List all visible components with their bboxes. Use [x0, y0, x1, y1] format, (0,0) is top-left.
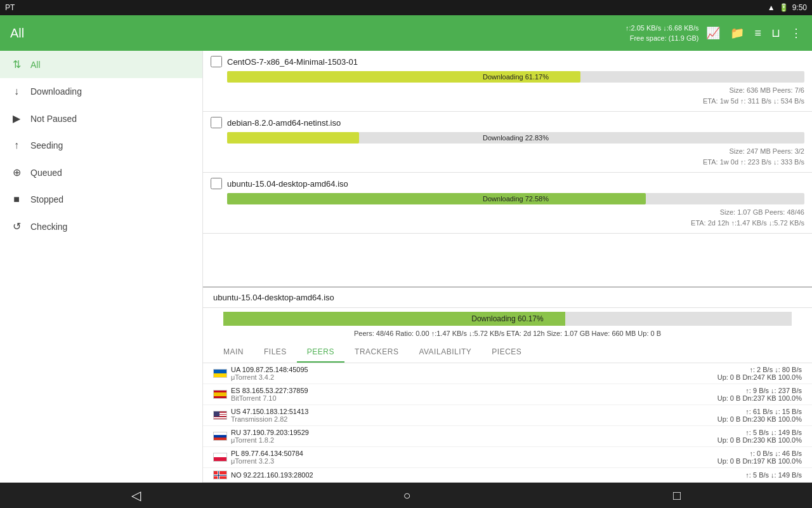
sidebar-item-queued[interactable]: ⊕ Queued [0, 159, 202, 186]
app-bar-icons: 📈 📁 ≡ ⊔ ⋮ [706, 26, 802, 40]
progress-bar-1: Downloading 61.17% [227, 71, 804, 83]
seeding-icon: ↑ [10, 140, 23, 151]
tab-files[interactable]: FILES [254, 341, 297, 363]
detail-meta: Peers: 48/46 Ratio: 0.00 ↑:1.47 KB/s ↓:5… [213, 328, 802, 340]
peer-stats-ru: ↑: 5 B/s ↓: 149 B/s Up: 0 B Dn:230 KB 10… [717, 429, 802, 444]
sidebar-item-not-paused[interactable]: ▶ Not Paused [0, 105, 202, 132]
flag-ua [213, 369, 227, 378]
peer-stats-us: ↑: 61 B/s ↓: 15 B/s Up: 0 B Dn:230 KB 10… [717, 408, 802, 423]
tab-availability[interactable]: AVAILABILITY [409, 341, 481, 363]
flag-ru [213, 432, 227, 441]
peer-stats-es: ↑: 9 B/s ↓: 237 B/s Up: 0 B Dn:237 KB 10… [717, 387, 802, 402]
bottom-nav: ◁ ○ □ [0, 483, 812, 508]
peer-info-pl: PL 89.77.64.134:50784 μTorrent 3.2.3 [231, 450, 717, 465]
recents-button[interactable]: □ [648, 486, 706, 505]
tabs-bar: MAIN FILES PEERS TRACKERS AVAILABILITY P… [203, 341, 812, 363]
stopped-icon: ■ [10, 194, 23, 205]
torrent-list: CentOS-7-x86_64-Minimal-1503-01 Download… [203, 51, 812, 286]
progress-bar-3: Downloading 72.58% [227, 193, 804, 204]
carrier-label: PT [5, 3, 15, 12]
free-space: Free space: (11.9 GB) [625, 33, 699, 44]
detail-panel: ubuntu-15.04-desktop-amd64.iso Downloadi… [203, 286, 812, 483]
peer-row-es: ES 83.165.53.227:37859 BitTorrent 7.10 ↑… [203, 384, 812, 405]
flag-us [213, 411, 227, 420]
tab-main[interactable]: MAIN [213, 341, 254, 363]
sidebar-label-queued: Queued [30, 168, 62, 178]
magnet-icon[interactable]: ⊔ [771, 26, 780, 40]
flag-no [213, 471, 227, 479]
detail-title: ubuntu-15.04-desktop-amd64.iso [203, 288, 812, 308]
peer-info-ua: UA 109.87.25.148:45095 μTorrent 3.4.2 [231, 366, 717, 381]
not-paused-icon: ▶ [10, 112, 23, 124]
sidebar-label-downloading: Downloading [30, 86, 82, 97]
sidebar: ⇅ All ↓ Downloading ▶ Not Paused ↑ Seedi… [0, 51, 203, 483]
progress-label-2: Downloading 22.83% [227, 132, 804, 144]
checking-icon: ↺ [10, 220, 23, 232]
time-label: 9:50 [792, 3, 807, 12]
peer-info-no: NO 92.221.160.193:28002 [231, 471, 745, 479]
sidebar-item-checking[interactable]: ↺ Checking [0, 213, 202, 240]
peer-stats-pl: ↑: 0 B/s ↓: 46 B/s Up: 0 B Dn:197 KB 100… [717, 450, 802, 465]
folder-icon[interactable]: 📁 [730, 26, 744, 40]
progress-label-1: Downloading 61.17% [227, 71, 804, 83]
peer-stats-ua: ↑: 2 B/s ↓: 80 B/s Up: 0 B Dn:247 KB 100… [717, 366, 802, 381]
torrent-name-2: debian-8.2.0-amd64-netinst.iso [227, 118, 804, 128]
content-wrapper: CentOS-7-x86_64-Minimal-1503-01 Download… [203, 51, 812, 483]
peer-row-ua: UA 109.87.25.148:45095 μTorrent 3.4.2 ↑:… [203, 363, 812, 384]
more-icon[interactable]: ⋮ [790, 26, 802, 40]
torrent-item-2: debian-8.2.0-amd64-netinst.iso Downloadi… [203, 112, 812, 173]
sidebar-item-stopped[interactable]: ■ Stopped [0, 186, 202, 213]
sidebar-label-checking: Checking [30, 222, 67, 232]
torrent-meta-1: Size: 636 MB Peers: 7/6 ETA: 1w 5d ↑: 31… [211, 85, 804, 106]
all-icon: ⇅ [10, 58, 23, 70]
sidebar-label-stopped: Stopped [30, 194, 63, 204]
torrent-checkbox-1[interactable] [211, 56, 222, 67]
torrent-name-3: ubuntu-15.04-desktop-amd64.iso [227, 179, 804, 189]
status-bar: PT ▲ 🔋 9:50 [0, 0, 812, 15]
torrent-meta-3: Size: 1.07 GB Peers: 48/46 ETA: 2d 12h ↑… [211, 207, 804, 228]
torrent-name-1: CentOS-7-x86_64-Minimal-1503-01 [227, 57, 804, 67]
progress-bar-2: Downloading 22.83% [227, 132, 804, 144]
peer-info-us: US 47.150.183.12:51413 Transmission 2.82 [231, 408, 717, 423]
battery-icon: 🔋 [779, 3, 789, 12]
torrent-item-3: ubuntu-15.04-desktop-amd64.iso Downloadi… [203, 173, 812, 234]
speed-info: ↑:2.05 KB/s ↓:6.68 KB/s [625, 23, 699, 34]
tab-pieces[interactable]: PIECES [481, 341, 532, 363]
status-bar-right: ▲ 🔋 9:50 [768, 3, 807, 12]
peer-row-no: NO 92.221.160.193:28002 ↑: 5 B/s ↓: 149 … [203, 468, 812, 483]
detail-progress-bar: Downloading 60.17% [223, 312, 792, 326]
back-button[interactable]: ◁ [106, 485, 166, 505]
main-layout: ⇅ All ↓ Downloading ▶ Not Paused ↑ Seedi… [0, 51, 812, 483]
sidebar-item-downloading[interactable]: ↓ Downloading [0, 78, 202, 105]
flag-pl [213, 453, 227, 462]
peer-info-es: ES 83.165.53.227:37859 BitTorrent 7.10 [231, 387, 717, 402]
tab-peers[interactable]: PEERS [297, 341, 344, 363]
torrent-item-1: CentOS-7-x86_64-Minimal-1503-01 Download… [203, 51, 812, 112]
peer-info-ru: RU 37.190.79.203:19529 μTorrent 1.8.2 [231, 429, 717, 444]
sidebar-item-all[interactable]: ⇅ All [0, 51, 202, 78]
tab-trackers[interactable]: TRACKERS [344, 341, 409, 363]
torrent-meta-2: Size: 247 MB Peers: 3/2 ETA: 1w 0d ↑: 22… [211, 146, 804, 167]
home-button[interactable]: ○ [377, 486, 436, 505]
peer-row-pl: PL 89.77.64.134:50784 μTorrent 3.2.3 ↑: … [203, 447, 812, 468]
flag-es [213, 390, 227, 399]
torrent-checkbox-2[interactable] [211, 117, 222, 128]
chart-icon[interactable]: 📈 [706, 26, 720, 40]
wifi-icon: ▲ [768, 3, 775, 12]
downloading-icon: ↓ [10, 86, 23, 97]
peers-table: UA 109.87.25.148:45095 μTorrent 3.4.2 ↑:… [203, 363, 812, 483]
progress-label-3: Downloading 72.58% [227, 193, 804, 204]
app-bar: All ↑:2.05 KB/s ↓:6.68 KB/s Free space: … [0, 15, 812, 51]
detail-progress-label: Downloading 60.17% [223, 312, 792, 326]
peer-stats-no: ↑: 5 B/s ↓: 149 B/s [745, 471, 802, 479]
sidebar-item-seeding[interactable]: ↑ Seeding [0, 132, 202, 159]
sidebar-label-seeding: Seeding [30, 140, 63, 150]
queued-icon: ⊕ [10, 166, 23, 178]
sidebar-label-not-paused: Not Paused [30, 114, 77, 124]
peer-row-ru: RU 37.190.79.203:19529 μTorrent 1.8.2 ↑:… [203, 426, 812, 447]
sidebar-label-all: All [30, 60, 41, 70]
peer-row-us: US 47.150.183.12:51413 Transmission 2.82… [203, 405, 812, 426]
torrent-checkbox-3[interactable] [211, 178, 222, 189]
filter-icon[interactable]: ≡ [754, 27, 761, 40]
app-title: All [10, 26, 625, 41]
